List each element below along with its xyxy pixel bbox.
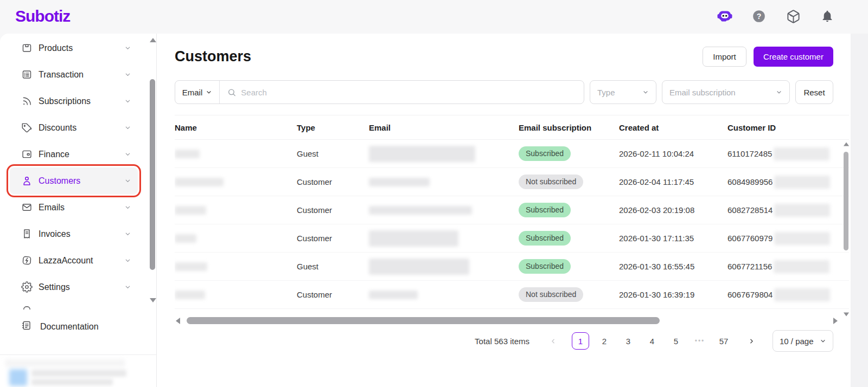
table-scroll-down-arrow[interactable] <box>843 312 850 317</box>
column-header-name[interactable]: Name <box>175 123 297 132</box>
search-field-value: Email <box>182 88 203 97</box>
email-subscription-filter-select[interactable]: Email subscription <box>662 80 790 104</box>
sidebar-user-area[interactable] <box>0 358 156 387</box>
sidebar-item-transaction[interactable]: Transaction <box>10 61 138 88</box>
chevron-down-icon <box>124 230 131 237</box>
table-vertical-scrollbar-thumb[interactable] <box>844 152 848 250</box>
sidebar-scroll-up-arrow[interactable] <box>150 38 156 42</box>
sidebar-item-products[interactable]: Products <box>10 35 138 61</box>
brand-logo[interactable]: Subotiz <box>15 7 70 25</box>
table-row[interactable]: Customer Not subscribed 2026-01-30 16:39… <box>175 281 849 309</box>
pagination-next-button[interactable] <box>743 332 760 350</box>
pagination-page-3[interactable]: 3 <box>620 332 637 350</box>
chevron-down-icon <box>124 257 131 264</box>
help-icon[interactable]: ? <box>751 8 767 24</box>
subscription-badge: Subscribed <box>519 259 571 274</box>
table-row[interactable] <box>175 309 849 314</box>
assistant-bot-icon[interactable] <box>717 8 733 24</box>
sidebar-item-label: Emails <box>39 203 65 212</box>
table-row[interactable]: Customer Subscribed 2026-02-03 20:19:08 … <box>175 196 849 224</box>
scroll-right-arrow[interactable] <box>833 318 838 324</box>
sidebar-item-documentation[interactable]: Documentation <box>10 313 138 340</box>
chevron-down-icon <box>124 204 131 211</box>
sidebar-item-emails[interactable]: Emails <box>10 194 138 221</box>
redacted-name <box>175 262 207 271</box>
cell-email-subscription: Not subscribed <box>519 175 619 189</box>
pagination-prev-button[interactable] <box>545 332 561 350</box>
redacted-name <box>175 291 205 299</box>
create-customer-button[interactable]: Create customer <box>754 47 833 67</box>
search-field-selector[interactable]: Email <box>175 81 220 104</box>
chevron-down-icon <box>124 204 131 211</box>
table-scroll-up-arrow[interactable] <box>843 142 850 146</box>
scroll-left-arrow[interactable] <box>176 318 180 324</box>
top-header: Subotiz ? <box>0 0 868 34</box>
pagination-pages: 12345•••57 <box>569 332 736 350</box>
cell-created-at: 2026-02-11 10:04:24 <box>619 149 727 158</box>
pagination-page-1[interactable]: 1 <box>572 332 589 350</box>
sidebar-divider <box>0 354 156 355</box>
sidebar-item-subscriptions[interactable]: Subscriptions <box>10 88 138 114</box>
mail-icon <box>21 202 33 214</box>
column-header-type[interactable]: Type <box>297 123 369 132</box>
notifications-bell-icon[interactable] <box>819 8 835 24</box>
subscription-badge: Subscribed <box>519 231 571 246</box>
sidebar-item-discounts[interactable]: Discounts <box>10 114 138 141</box>
cell-created-at: 2026-01-30 17:11:35 <box>619 234 727 243</box>
pagination-page-2[interactable]: 2 <box>596 332 613 350</box>
table-horizontal-scrollbar-thumb[interactable] <box>187 317 660 324</box>
pagination-page-5[interactable]: 5 <box>667 332 685 350</box>
sidebar-item-customers[interactable]: Customers <box>10 167 138 194</box>
table-row[interactable]: Guest Subscribed 2026-02-11 10:04:24 611… <box>175 140 849 168</box>
sidebar-item-lazzaaccount[interactable]: LazzaAccount <box>10 247 138 274</box>
sidebar-item-hidden[interactable] <box>10 300 138 310</box>
table-horizontal-scrollbar[interactable] <box>175 317 838 325</box>
pagination-page-57[interactable]: 57 <box>715 332 732 350</box>
subscription-badge: Subscribed <box>519 146 571 161</box>
list-icon <box>21 69 33 81</box>
pagination-page-4[interactable]: 4 <box>643 332 661 350</box>
column-header-email[interactable]: Email <box>369 123 519 132</box>
chevron-down-icon <box>124 151 131 158</box>
cell-email-subscription: Not subscribed <box>519 287 619 302</box>
sidebar-scrollbar-thumb[interactable] <box>150 79 155 270</box>
table-row[interactable]: Guest Subscribed 2026-01-30 16:55:45 606… <box>175 253 849 281</box>
chevron-right-icon <box>748 338 755 345</box>
column-header-email-subscription[interactable]: Email subscription <box>519 123 619 132</box>
package-updates-icon[interactable] <box>785 8 801 24</box>
chevron-down-icon <box>124 98 131 105</box>
chevron-down-icon <box>124 177 131 184</box>
redacted-email <box>369 291 418 299</box>
column-header-created-at[interactable]: Created at <box>619 123 727 132</box>
documentation-icon <box>21 320 32 333</box>
search-input[interactable] <box>241 88 576 97</box>
redacted-email <box>369 206 472 215</box>
cell-email-subscription: Subscribed <box>519 259 619 274</box>
table-row[interactable]: Customer Subscribed 2026-01-30 17:11:35 … <box>175 224 849 253</box>
redacted-id-tail <box>774 232 830 245</box>
sidebar-scroll-down-arrow[interactable] <box>150 298 156 302</box>
sidebar-item-invoices[interactable]: Invoices <box>10 221 138 247</box>
type-filter-select[interactable]: Type <box>590 80 656 104</box>
cell-created-at: 2026-02-04 11:17:45 <box>619 177 727 186</box>
chevron-down-icon <box>124 71 131 78</box>
customer-id-text: 6067721156 <box>727 262 772 271</box>
sidebar-item-settings[interactable]: Settings <box>10 274 138 300</box>
column-header-customer-id[interactable]: Customer ID <box>727 123 849 132</box>
sidebar-nav: ProductsTransactionSubscriptionsDiscount… <box>0 35 148 310</box>
pagination-total: Total 563 items <box>475 337 529 346</box>
sidebar-item-finance[interactable]: Finance <box>10 141 138 167</box>
cell-email <box>369 178 519 186</box>
chevron-down-icon <box>124 283 131 291</box>
cell-customer-id: 6082728514 <box>727 204 849 217</box>
redacted-block <box>31 370 126 377</box>
cell-created-at: 2026-02-03 20:19:08 <box>619 205 727 215</box>
reset-button[interactable]: Reset <box>795 80 833 104</box>
table-row[interactable]: Customer Not subscribed 2026-02-04 11:17… <box>175 168 849 196</box>
cell-type: Customer <box>297 234 369 243</box>
import-button[interactable]: Import <box>703 47 746 67</box>
cell-name <box>175 262 297 271</box>
customers-table: Name Type Email Email subscription Creat… <box>175 115 849 314</box>
page-size-select[interactable]: 10 / page <box>773 330 833 352</box>
cell-email-subscription: Subscribed <box>519 203 619 217</box>
